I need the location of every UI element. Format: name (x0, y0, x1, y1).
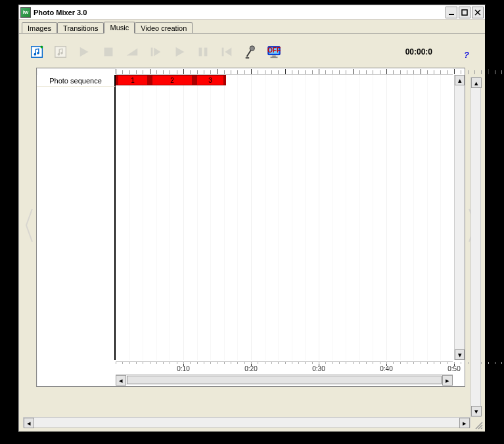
outer-scroll-right-button[interactable]: ▸ (459, 418, 470, 428)
top-ruler (116, 68, 453, 75)
svg-text:?: ? (464, 50, 469, 60)
track-lane[interactable]: 123 (116, 75, 453, 87)
add-music-button[interactable] (28, 43, 47, 61)
timecode-display: 00:00:0 (405, 47, 432, 56)
step-button (147, 43, 165, 61)
svg-text:OFF: OFF (267, 47, 281, 54)
tab-transitions[interactable]: Transitions (57, 22, 104, 33)
track-label: Photo sequence (37, 75, 116, 87)
maximize-button[interactable] (459, 7, 470, 18)
app-window: Iw Photo Mixer 3.0 Images Transitions Mu… (18, 5, 486, 432)
tab-music[interactable]: Music (104, 22, 135, 33)
svg-rect-20 (272, 56, 276, 57)
tab-bar: Images Transitions Music Video creation (19, 20, 485, 33)
music-button (52, 43, 70, 61)
scroll-right-button[interactable]: ▸ (442, 375, 453, 386)
svg-rect-11 (151, 48, 153, 56)
svg-rect-10 (104, 48, 113, 56)
horizontal-scrollbar[interactable]: ◂ ▸ (116, 374, 453, 385)
svg-rect-21 (271, 56, 278, 58)
svg-point-5 (34, 53, 37, 56)
forward-button (76, 43, 94, 61)
outer-vertical-scrollbar[interactable]: ▴ ▾ (470, 77, 481, 417)
clip-1[interactable]: 1 (116, 75, 150, 85)
monitor-off-button[interactable]: OFF (265, 43, 283, 61)
outer-horizontal-scrollbar[interactable]: ◂ ▸ (23, 417, 470, 428)
minimize-button[interactable] (446, 7, 457, 18)
timeline-panel: Photo sequence 123 0:100:200:300:400:50 … (24, 68, 477, 387)
svg-point-8 (58, 53, 60, 56)
scroll-left-button[interactable]: ◂ (116, 375, 126, 386)
time-label: 0:40 (380, 365, 392, 372)
svg-line-16 (247, 50, 251, 56)
scroll-down-button[interactable]: ▾ (455, 349, 465, 360)
vertical-scrollbar[interactable]: ▴ ▾ (454, 75, 465, 360)
time-label: 0:10 (177, 365, 189, 372)
pause-button (194, 43, 212, 61)
outer-scroll-down-button[interactable]: ▾ (471, 406, 482, 416)
tab-video-creation[interactable]: Video creation (135, 22, 193, 33)
client-area: OFF 00:00:0 ? Photo sequence 123 (19, 33, 485, 432)
play-button (170, 43, 189, 61)
scroll-left-handle[interactable] (23, 186, 35, 265)
outer-scroll-up-button[interactable]: ▴ (471, 78, 482, 88)
window-title: Photo Mixer 3.0 (34, 9, 446, 16)
toolbar: OFF 00:00:0 ? (23, 37, 481, 66)
outer-scroll-left-button[interactable]: ◂ (24, 418, 34, 428)
titlebar: Iw Photo Mixer 3.0 (19, 5, 485, 20)
scroll-up-button[interactable]: ▴ (455, 75, 465, 85)
time-label: 0:20 (244, 365, 257, 372)
tab-images[interactable]: Images (22, 22, 57, 33)
svg-point-6 (37, 52, 39, 55)
volume-button (123, 43, 141, 61)
svg-point-9 (60, 52, 63, 55)
resize-grip[interactable] (473, 420, 484, 430)
svg-rect-4 (32, 47, 43, 58)
track-row: Photo sequence 123 (37, 75, 453, 87)
timeline-inner: Photo sequence 123 0:100:200:300:400:50 … (36, 68, 465, 387)
microphone-button[interactable] (241, 43, 260, 61)
track-label-empty (37, 87, 116, 360)
help-button[interactable]: ? (457, 43, 476, 61)
time-label: 0:50 (447, 365, 460, 372)
stop-button (99, 43, 118, 61)
app-icon: Iw (20, 7, 31, 18)
svg-rect-13 (204, 48, 208, 56)
svg-rect-1 (462, 10, 467, 15)
track-lane-empty (116, 87, 453, 360)
svg-rect-7 (55, 47, 66, 58)
bottom-ruler: 0:100:200:300:400:50 (116, 361, 453, 373)
rewind-button (218, 43, 236, 61)
close-button[interactable] (472, 7, 484, 18)
outer-scroll-track-v[interactable] (471, 88, 480, 406)
scroll-thumb[interactable] (127, 376, 442, 384)
clip-3[interactable]: 3 (195, 75, 226, 85)
svg-rect-14 (222, 48, 224, 56)
clip-2[interactable]: 2 (150, 75, 195, 85)
svg-rect-12 (199, 48, 202, 56)
tracks-area: Photo sequence 123 (37, 75, 453, 360)
time-label: 0:30 (312, 365, 325, 372)
outer-scroll-track-h[interactable] (34, 418, 459, 427)
